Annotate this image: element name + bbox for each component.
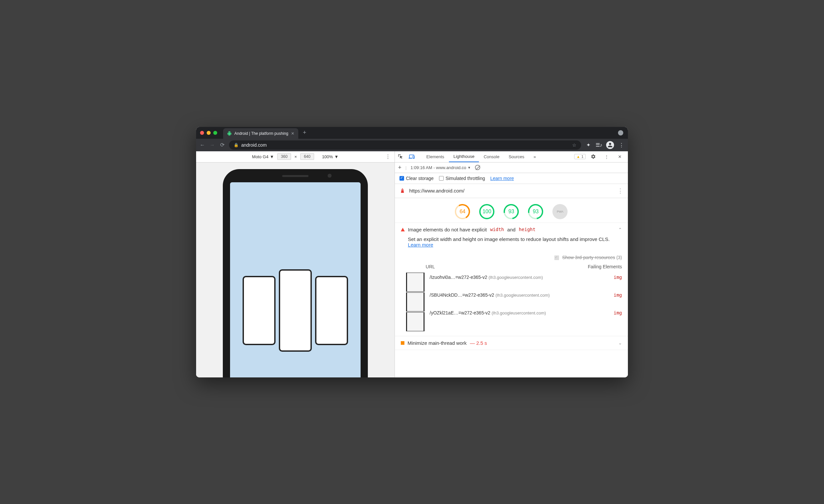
- zoom-selector[interactable]: 100% ▼: [322, 154, 338, 159]
- close-tab-icon[interactable]: ✕: [291, 131, 294, 136]
- lighthouse-icon: [400, 188, 405, 194]
- extensions-icon[interactable]: ✦: [585, 142, 592, 148]
- report-selector[interactable]: 1:09:16 AM - www.android.co ▼: [411, 165, 471, 170]
- profile-avatar[interactable]: [606, 141, 614, 149]
- tab-sources[interactable]: Sources: [504, 151, 529, 162]
- clear-storage-checkbox[interactable]: [400, 176, 404, 181]
- third-party-toggle[interactable]: Show 3rd-party resources (3): [395, 252, 628, 262]
- device-name: Moto G4: [252, 154, 269, 159]
- audit-main-thread: Minimize main-thread work — 2.5 s ⌄: [395, 336, 628, 350]
- maximize-window-button[interactable]: [213, 131, 217, 135]
- audit-header[interactable]: Image elements do not have explicit widt…: [395, 223, 628, 236]
- audit-image-dimensions: Image elements do not have explicit widt…: [395, 223, 628, 336]
- tab-elements[interactable]: Elements: [422, 151, 449, 162]
- tab-lighthouse[interactable]: Lighthouse: [449, 151, 479, 162]
- phone-screen[interactable]: [230, 182, 360, 378]
- device-selector[interactable]: Moto G4 ▼: [252, 154, 274, 159]
- devtools-menu-icon[interactable]: ⋮: [601, 154, 612, 159]
- width-input[interactable]: [277, 153, 291, 160]
- failing-element-tag: img: [576, 310, 622, 315]
- third-party-checkbox[interactable]: [554, 256, 559, 260]
- forward-button[interactable]: →: [209, 142, 215, 148]
- address-bar: ← → ⟳ 🔒 android.com ☆ ✦ ☰♪ ⋮: [196, 139, 628, 151]
- col-url: URL: [426, 264, 576, 269]
- report-menu-icon[interactable]: ⋮: [617, 187, 623, 195]
- seo-score[interactable]: 93: [528, 204, 543, 219]
- new-report-button[interactable]: +: [398, 164, 402, 171]
- devtools-pane: Elements Lighthouse Console Sources » ▲ …: [395, 151, 628, 378]
- reload-button[interactable]: ⟳: [219, 142, 225, 148]
- code-width: width: [490, 227, 504, 232]
- learn-more-link[interactable]: Learn more: [490, 176, 514, 181]
- clear-icon[interactable]: [475, 165, 480, 170]
- tested-url: https://www.android.com/: [409, 188, 465, 194]
- dropdown-icon: ▼: [270, 154, 274, 159]
- emulated-viewport: Google serves cookies to analyze traffic…: [196, 163, 395, 378]
- device-toolbar: Moto G4 ▼ × 100% ▼ ⋮: [196, 151, 395, 163]
- dropdown-icon: ▼: [334, 154, 338, 159]
- minimize-window-button[interactable]: [207, 131, 211, 135]
- best-practices-score[interactable]: 93: [504, 204, 519, 219]
- col-failing: Failing Elements: [576, 264, 622, 269]
- warning-count: 1: [582, 155, 584, 159]
- close-devtools-icon[interactable]: ✕: [614, 154, 625, 159]
- table-header: URL Failing Elements: [406, 262, 622, 273]
- audit-description: Set an explicit width and height on imag…: [395, 236, 628, 252]
- reading-list-icon[interactable]: ☰♪: [596, 142, 602, 148]
- audit-title-prefix: Image elements do not have explicit: [408, 227, 487, 232]
- failing-element-tag: img: [576, 292, 622, 298]
- element-thumbnail: [406, 312, 424, 331]
- audit-learn-more-link[interactable]: Learn more: [408, 242, 433, 247]
- url-text: android.com: [241, 142, 267, 148]
- chrome-account-indicator[interactable]: [618, 130, 623, 135]
- score-gauges: 64 100 93 93 PWA: [395, 198, 628, 223]
- browser-tab[interactable]: Android | The platform pushing ✕: [223, 128, 298, 139]
- hero-phone-3: [315, 276, 348, 345]
- third-party-label: Show 3rd-party resources: [562, 255, 615, 260]
- dimension-separator: ×: [294, 154, 297, 159]
- warning-icon: ▲: [577, 155, 580, 159]
- element-thumbnail: [406, 273, 424, 292]
- close-window-button[interactable]: [200, 131, 204, 135]
- table-row: /yOZkl21aE…=w272-e365-v2 (lh3.googleuser…: [430, 308, 622, 317]
- svg-rect-0: [401, 190, 403, 190]
- failing-elements-table: URL Failing Elements /Izuohvi0a…=w272-e3…: [395, 262, 628, 336]
- audit-metric: — 2.5 s: [470, 340, 487, 346]
- chevron-up-icon: ⌃: [618, 227, 622, 232]
- phone-frame: Google serves cookies to analyze traffic…: [223, 169, 368, 378]
- back-button[interactable]: ←: [199, 142, 205, 148]
- more-tabs-icon[interactable]: »: [529, 151, 540, 162]
- third-party-count: (3): [616, 255, 622, 260]
- toggle-device-icon[interactable]: [406, 151, 417, 162]
- device-mode-pane: Moto G4 ▼ × 100% ▼ ⋮: [196, 151, 395, 378]
- table-row: /Izuohvi0a…=w272-e365-v2 (lh3.googleuser…: [430, 273, 622, 282]
- device-toolbar-menu-icon[interactable]: ⋮: [385, 154, 391, 160]
- clear-storage-option[interactable]: Clear storage: [400, 176, 434, 181]
- window-controls: [200, 131, 217, 135]
- pwa-score[interactable]: PWA: [552, 204, 568, 219]
- warnings-badge[interactable]: ▲ 1: [574, 154, 586, 159]
- omnibox[interactable]: 🔒 android.com ☆: [229, 140, 581, 149]
- accessibility-score[interactable]: 100: [479, 204, 494, 219]
- audit-header[interactable]: Minimize main-thread work — 2.5 s ⌄: [395, 336, 628, 350]
- inspect-element-icon[interactable]: [395, 151, 406, 162]
- settings-gear-icon[interactable]: [588, 154, 599, 159]
- tested-url-row: https://www.android.com/ ⋮: [395, 184, 628, 198]
- height-input[interactable]: [300, 153, 314, 160]
- performance-score[interactable]: 64: [455, 204, 470, 219]
- chevron-down-icon: ⌄: [618, 340, 622, 345]
- warn-square-icon: [401, 341, 404, 345]
- bookmark-star-icon[interactable]: ☆: [572, 142, 577, 148]
- fail-triangle-icon: [401, 228, 405, 231]
- tab-console[interactable]: Console: [479, 151, 504, 162]
- failing-element-tag: img: [576, 275, 622, 280]
- audit-conj: and: [507, 227, 515, 232]
- content-area: Moto G4 ▼ × 100% ▼ ⋮: [196, 151, 628, 378]
- chrome-menu-icon[interactable]: ⋮: [618, 142, 625, 148]
- tab-title: Android | The platform pushing: [234, 131, 288, 136]
- titlebar: Android | The platform pushing ✕ +: [196, 127, 628, 139]
- simulated-throttling-option[interactable]: Simulated throttling: [439, 176, 485, 181]
- hero-phone-1: [242, 276, 276, 345]
- simulated-throttling-checkbox[interactable]: [439, 176, 444, 181]
- new-tab-button[interactable]: +: [303, 129, 307, 136]
